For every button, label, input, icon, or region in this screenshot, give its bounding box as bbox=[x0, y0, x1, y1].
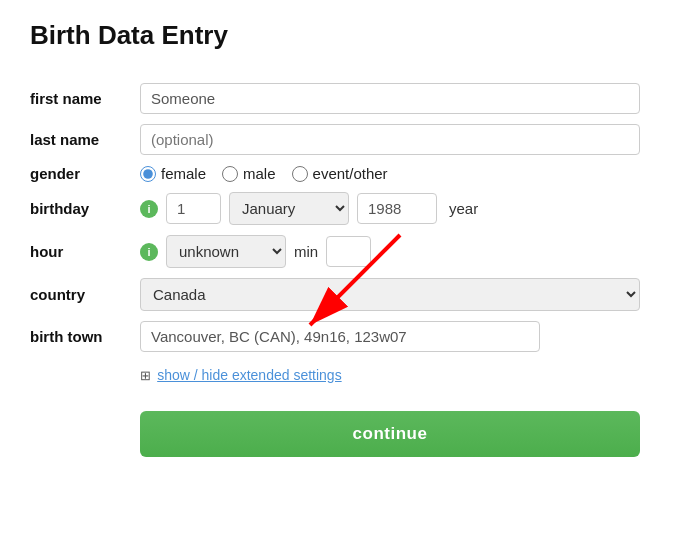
birth-town-label: birth town bbox=[30, 321, 140, 352]
hour-row: i unknown 0123 4567 891011 12131415 1617… bbox=[140, 235, 670, 268]
gender-radio-group: female male event/other bbox=[140, 165, 670, 182]
country-select[interactable]: Canada United States United Kingdom Aust… bbox=[140, 278, 640, 311]
show-hide-extended-link[interactable]: show / hide extended settings bbox=[157, 367, 341, 383]
birthday-label: birthday bbox=[30, 192, 140, 225]
page-title: Birth Data Entry bbox=[30, 20, 670, 51]
last-name-label: last name bbox=[30, 124, 140, 155]
min-label: min bbox=[294, 243, 318, 260]
birthday-row: i January February March April May June … bbox=[140, 192, 670, 225]
last-name-input[interactable] bbox=[140, 124, 640, 155]
gender-male-label: male bbox=[243, 165, 276, 182]
gender-other-radio[interactable] bbox=[292, 166, 308, 182]
birthday-info-icon[interactable]: i bbox=[140, 200, 158, 218]
gender-female-radio[interactable] bbox=[140, 166, 156, 182]
birthday-day-input[interactable] bbox=[166, 193, 221, 224]
gender-male-option[interactable]: male bbox=[222, 165, 276, 182]
hour-label: hour bbox=[30, 235, 140, 268]
birth-town-input[interactable] bbox=[140, 321, 540, 352]
hour-select[interactable]: unknown 0123 4567 891011 12131415 161718… bbox=[166, 235, 286, 268]
continue-button[interactable]: continue bbox=[140, 411, 640, 457]
gender-label: gender bbox=[30, 165, 140, 182]
year-suffix-label: year bbox=[449, 200, 478, 217]
birthday-month-select[interactable]: January February March April May June Ju… bbox=[229, 192, 349, 225]
plus-icon: ⊞ bbox=[140, 368, 151, 383]
country-label: country bbox=[30, 278, 140, 311]
gender-female-option[interactable]: female bbox=[140, 165, 206, 182]
gender-male-radio[interactable] bbox=[222, 166, 238, 182]
min-input[interactable] bbox=[326, 236, 371, 267]
gender-female-label: female bbox=[161, 165, 206, 182]
gender-other-label: event/other bbox=[313, 165, 388, 182]
hour-info-icon[interactable]: i bbox=[140, 243, 158, 261]
gender-other-option[interactable]: event/other bbox=[292, 165, 388, 182]
first-name-label: first name bbox=[30, 83, 140, 114]
first-name-input[interactable] bbox=[140, 83, 640, 114]
birthday-year-input[interactable] bbox=[357, 193, 437, 224]
